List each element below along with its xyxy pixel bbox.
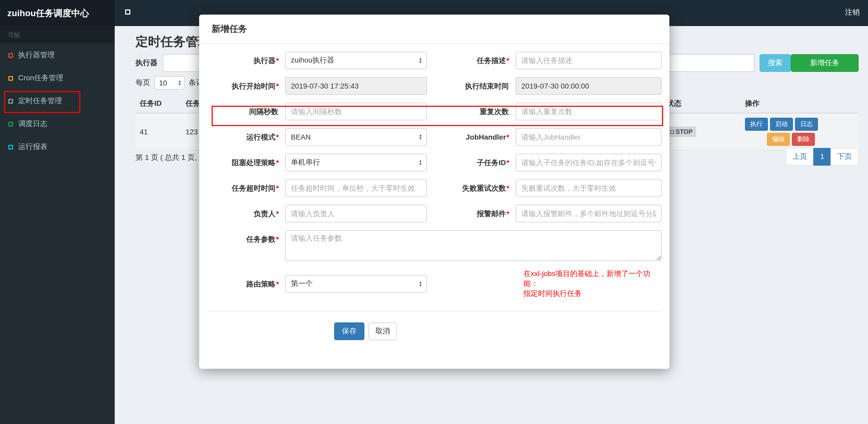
route-strategy-label: 路由策略* [207, 275, 285, 292]
select-arrows-icon: ▲▼ [418, 57, 422, 64]
child-job-id-label: 子任务ID* [427, 154, 516, 171]
log-button[interactable]: 日志 [795, 118, 818, 131]
cancel-button[interactable]: 取消 [369, 322, 397, 340]
start-button[interactable]: 启动 [770, 118, 793, 131]
route-strategy-select[interactable]: 第一个 ▲▼ [285, 275, 427, 292]
modal-title: 新增任务 [199, 14, 670, 44]
alarm-email-input[interactable] [516, 205, 661, 222]
sidebar-item-executor-manage[interactable]: 执行器管理 [0, 44, 115, 67]
menu-square-icon [8, 144, 13, 149]
status-badge: STOP [667, 127, 696, 137]
row-block-childid: 阻塞处理策略* 单机串行 ▲▼ 子任务ID* [207, 154, 661, 171]
block-strategy-select[interactable]: 单机串行 ▲▼ [285, 154, 427, 171]
repeat-count-label: 重复次数 [427, 103, 516, 120]
select-arrows-icon: ▲▼ [418, 134, 422, 140]
header-status: 状态 [662, 95, 741, 113]
run-mode-label: 运行模式* [207, 128, 285, 146]
cell-status: STOP [662, 113, 741, 150]
owner-input[interactable] [285, 205, 427, 222]
sidebar-item-timed-job-manage[interactable]: 定时任务管理 [0, 90, 115, 112]
sidebar-item-label: 调度日志 [18, 119, 48, 129]
add-job-modal: 新增任务 执行器* zuihou执行器 ▲▼ 任务描述* 执行开始时间* 执行结… [199, 14, 670, 369]
menu-square-icon [8, 76, 13, 80]
row-owner-email: 负责人* 报警邮件* [207, 205, 661, 222]
brand-title: zuihou任务调度中心 [0, 0, 115, 26]
menu-square-icon [8, 99, 13, 103]
job-desc-label: 任务描述* [427, 52, 516, 69]
edit-button[interactable]: 编辑 [767, 133, 790, 146]
timeout-input[interactable] [285, 179, 427, 197]
save-button[interactable]: 保存 [334, 322, 364, 340]
sidebar-toggle-icon[interactable] [125, 9, 132, 17]
select-arrows-icon: ▲▼ [418, 159, 422, 166]
cell-job-id: 41 [135, 113, 181, 150]
sidebar-section-label: 导航 [0, 26, 115, 44]
page-1-button[interactable]: 1 [813, 148, 831, 166]
per-page-value: 10 [159, 79, 167, 87]
app-root: zuihou任务调度中心 注销 导航 执行器管理 Cron任务管理 定时任务管理… [0, 0, 868, 424]
next-page-button[interactable]: 下页 [831, 148, 859, 166]
fail-retry-input[interactable] [516, 179, 661, 197]
per-page-label: 每页 [135, 78, 150, 88]
feature-note: 在xxl-jobs项目的基础上，新增了一个功能： 指定时间执行任务 [523, 269, 661, 298]
executor-field-select[interactable]: zuihou执行器 ▲▼ [285, 52, 427, 69]
timeout-label: 任务超时时间* [207, 179, 285, 197]
fail-retry-label: 失败重试次数* [427, 179, 516, 197]
add-job-button[interactable]: 新增任务 [791, 54, 859, 72]
row-executor-desc: 执行器* zuihou执行器 ▲▼ 任务描述* [207, 52, 661, 69]
logout-link[interactable]: 注销 [845, 8, 860, 17]
menu-square-icon [8, 53, 13, 58]
executor-field-label: 执行器* [207, 52, 285, 69]
sidebar-item-label: 定时任务管理 [18, 96, 62, 106]
header-job-id: 任务ID [135, 95, 181, 113]
job-desc-input[interactable] [516, 52, 661, 69]
sidebar: 导航 执行器管理 Cron任务管理 定时任务管理 调度日志 运行报表 [0, 26, 115, 424]
prev-page-button[interactable]: 上页 [786, 148, 814, 166]
repeat-count-input[interactable] [516, 103, 661, 120]
executor-label: 执行器 [135, 58, 157, 68]
menu-square-icon [8, 122, 13, 126]
stop-square-icon [671, 130, 674, 134]
modal-divider [207, 311, 661, 312]
row-timeout-retry: 任务超时时间* 失败重试次数* [207, 179, 661, 197]
sidebar-item-cron-job-manage[interactable]: Cron任务管理 [0, 67, 115, 90]
sidebar-item-schedule-log[interactable]: 调度日志 [0, 112, 115, 135]
sidebar-item-run-report[interactable]: 运行报表 [0, 135, 115, 158]
row-job-param: 任务参数* [207, 230, 661, 261]
sidebar-item-label: 运行报表 [18, 142, 48, 152]
delete-button[interactable]: 删除 [792, 133, 815, 146]
modal-actions: 保存 取消 [334, 322, 661, 340]
row-start-end-time: 执行开始时间* 执行结束时间 [207, 77, 661, 95]
interval-label: 间隔秒数 [207, 103, 285, 120]
child-job-id-input[interactable] [516, 154, 661, 171]
job-param-textarea[interactable] [285, 230, 661, 261]
modal-body: 执行器* zuihou执行器 ▲▼ 任务描述* 执行开始时间* 执行结束时间 间… [199, 44, 670, 369]
row-route-strategy: 路由策略* 第一个 ▲▼ 在xxl-jobs项目的基础上，新增了一个功能： 指定… [207, 269, 661, 298]
start-time-input[interactable] [285, 77, 427, 95]
search-button[interactable]: 搜索 [760, 54, 791, 72]
header-operations: 操作 [741, 95, 859, 113]
sidebar-item-label: 执行器管理 [18, 51, 55, 60]
job-param-label: 任务参数* [207, 230, 285, 248]
per-page-select[interactable]: 10 ▲▼ [154, 76, 185, 90]
job-handler-input[interactable] [516, 128, 661, 146]
end-time-input[interactable] [516, 77, 661, 95]
interval-input[interactable] [285, 103, 427, 120]
cell-operations: 执行 启动 日志 编辑 删除 [741, 113, 859, 150]
run-mode-select[interactable]: BEAN ▲▼ [285, 128, 427, 146]
start-time-label: 执行开始时间* [207, 77, 285, 95]
block-strategy-label: 阻塞处理策略* [207, 154, 285, 171]
pagination: 上页 1 下页 [786, 148, 859, 166]
run-button[interactable]: 执行 [745, 118, 768, 131]
row-runmode-handler: 运行模式* BEAN ▲▼ JobHandler* [207, 128, 661, 146]
job-handler-label: JobHandler* [427, 128, 516, 146]
alarm-email-label: 报警邮件* [427, 205, 516, 222]
sidebar-item-label: Cron任务管理 [18, 73, 63, 83]
select-arrows-icon: ▲▼ [178, 80, 181, 86]
row-interval-repeat: 间隔秒数 重复次数 [207, 103, 661, 120]
select-arrows-icon: ▲▼ [418, 281, 422, 287]
end-time-label: 执行结束时间 [427, 77, 516, 95]
owner-label: 负责人* [207, 205, 285, 222]
